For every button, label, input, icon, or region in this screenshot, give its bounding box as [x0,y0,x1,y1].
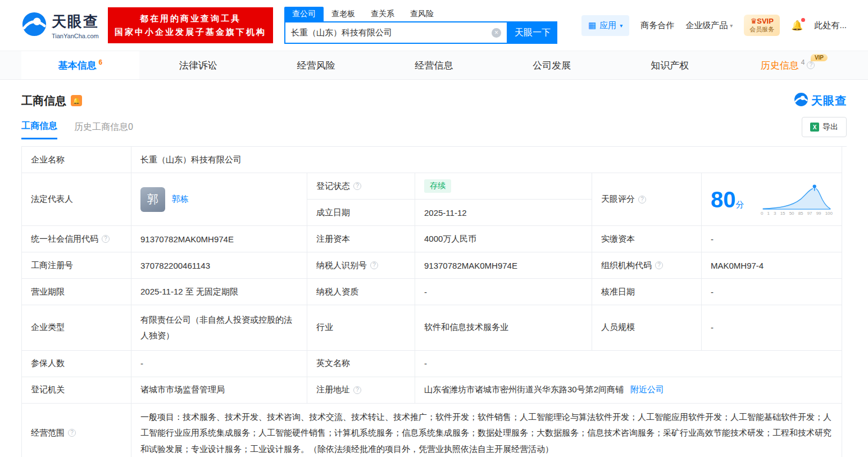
tab-legal-proceedings-label: 法律诉讼 [179,59,217,72]
taxpayer-quality-label: 纳税人资质 [307,279,415,305]
tyc-score-label: 天眼评分 ? [592,173,702,226]
paid-capital-value: - [702,226,842,252]
svip-membership-button[interactable]: ♛SVIP 会员服务 [744,15,780,36]
business-cooperation-link[interactable]: 商务合作 [640,20,674,31]
score-axis-labels: 0 1 3 15 50 85 97 99 100 [761,211,833,216]
legal-rep-avatar[interactable]: 郭 [140,187,165,212]
help-icon[interactable]: ? [370,261,378,269]
search-button[interactable]: 天眼一下 [508,21,557,44]
legal-rep-name-link[interactable]: 郭栋 [172,194,189,205]
crown-icon: ♛ [751,17,757,25]
export-button[interactable]: X 导出 [802,117,847,137]
company-name-value: 长重（山东）科技有限公司 [131,147,842,173]
establish-date-value: 2025-11-12 [415,200,592,226]
axis-tick: 15 [780,211,785,216]
tab-company-development[interactable]: 公司发展 [493,51,611,79]
axis-tick: 3 [774,211,776,216]
help-icon[interactable]: ? [353,182,361,190]
tab-intellectual-property[interactable]: 知识产权 [611,51,729,79]
business-term-label: 营业期限 [22,279,131,305]
axis-tick: 100 [825,211,833,216]
reg-authority-label: 登记机关 [22,377,131,404]
tab-basic-info-label: 基本信息 [58,59,97,72]
help-icon[interactable]: ? [102,235,110,243]
staff-size-label: 人员规模 [592,305,702,351]
search-tab-boss[interactable]: 查老板 [324,7,363,21]
axis-tick: 99 [816,211,821,216]
taxpayer-id-value: 91370782MAK0MH974E [415,252,592,279]
search-tab-company[interactable]: 查公司 [284,7,324,21]
subscribe-bell-icon[interactable]: 🔔 [71,95,82,106]
excel-icon: X [810,123,819,132]
reg-status-label-text: 登记状态 [316,181,350,192]
taxpayer-quality-value: - [415,279,592,305]
tab-history-info-count: 4 [801,58,805,66]
tianyancha-logo[interactable]: 天眼查 TianYanCha.com [21,11,99,39]
reg-address-cell: 山东省潍坊市诸城市密州街道兴华东路30号第2间商铺 附近公司 [415,377,842,404]
tab-company-development-label: 公司发展 [533,59,571,72]
tab-history-info-label: 历史信息 [761,59,799,72]
search-tabs: 查公司 查老板 查关系 查风险 [284,7,557,21]
legal-rep-label: 法定代表人 [22,173,131,226]
credit-code-value: 91370782MAK0MH974E [131,226,307,252]
legal-rep-cell: 郭 郭栋 [131,173,307,226]
business-info-table: 企业名称 长重（山东）科技有限公司 法定代表人 郭 郭栋 登记状态 ? 存续 天… [21,146,847,457]
axis-tick: 1 [767,211,770,216]
tianyancha-eye-icon [794,92,808,109]
user-menu-text[interactable]: 此处有... [814,20,847,31]
subtab-business-info[interactable]: 工商信息 [21,120,57,139]
business-scope-value: 一般项目：技术服务、技术开发、技术咨询、技术交流、技术转让、技术推广；软件开发；… [131,404,842,457]
help-icon[interactable]: ? [807,61,815,69]
company-nav-tabs: 基本信息 6 法律诉讼 经营风险 经营信息 公司发展 知识产权 VIP 历史信息… [0,51,868,80]
subtab-history-business-info[interactable]: 历史工商信息0 [74,121,133,139]
help-icon[interactable]: ? [638,196,646,203]
help-icon[interactable]: ? [68,429,76,437]
notification-bell-icon[interactable]: 🔔 [791,20,803,31]
taxpayer-id-label: 纳税人识别号 ? [307,252,415,279]
search-area: 查公司 查老板 查关系 查风险 长重（山东）科技有限公司 × 天眼一下 [284,7,557,44]
org-code-label-text: 组织机构代码 [601,260,652,271]
status-badge: 存续 [424,179,451,193]
watermark-logo-text: 天眼查 [811,93,847,108]
tab-operating-info[interactable]: 经营信息 [375,51,493,79]
logo-name: 天眼查 [52,12,99,31]
business-term-value: 2025-11-12 至 无固定期限 [131,279,307,305]
reg-capital-label: 注册资本 [307,226,415,252]
tab-operating-risk[interactable]: 经营风险 [257,51,375,79]
reg-status-label: 登记状态 ? [307,173,415,200]
tab-basic-info-count: 6 [99,58,103,66]
search-tab-risk[interactable]: 查风险 [402,7,442,21]
tianyancha-eye-icon [21,11,47,39]
company-type-value: 有限责任公司（非自然人投资或控股的法人独资） [131,305,307,351]
business-scope-label: 经营范围 ? [22,404,131,457]
axis-tick: 0 [761,211,763,216]
reg-number-value: 370782200461143 [131,252,307,279]
company-name-label: 企业名称 [22,147,131,173]
tianyancha-watermark-logo: 天眼查 [794,92,847,109]
tab-history-info[interactable]: VIP 历史信息 4 ? [729,51,847,79]
chevron-down-icon: ▾ [620,22,622,29]
help-icon[interactable]: ? [655,261,663,269]
promo-line-2: 国家中小企业发展子基金旗下机构 [115,25,266,39]
insured-count-value: - [131,351,307,377]
nearby-companies-link[interactable]: 附近公司 [630,384,664,395]
reg-authority-value: 诸城市市场监督管理局 [131,377,307,404]
chevron-down-icon: ▾ [730,22,733,29]
header-right: ▦ 应用 ▾ 商务合作 企业级产品 ▾ ♛SVIP 会员服务 🔔 此处有... [581,15,847,36]
enterprise-products-link[interactable]: 企业级产品 ▾ [685,20,733,31]
tab-basic-info[interactable]: 基本信息 6 [21,51,139,79]
establish-date-label: 成立日期 [307,200,415,226]
clear-input-icon[interactable]: × [492,28,501,38]
tab-legal-proceedings[interactable]: 法律诉讼 [139,51,257,79]
apps-button[interactable]: ▦ 应用 ▾ [581,15,629,36]
search-input[interactable]: 长重（山东）科技有限公司 × [284,21,508,44]
reg-address-value: 山东省潍坊市诸城市密州街道兴华东路30号第2间商铺 [424,384,624,395]
help-icon[interactable]: ? [353,386,361,394]
search-tab-relation[interactable]: 查关系 [363,7,402,21]
tab-operating-info-label: 经营信息 [415,59,453,72]
industry-value: 软件和信息技术服务业 [415,305,592,351]
enterprise-products-label: 企业级产品 [685,20,728,31]
search-input-value[interactable]: 长重（山东）科技有限公司 [291,28,492,38]
promo-banner: 都在用的商业查询工具 国家中小企业发展子基金旗下机构 [108,7,273,43]
top-header: 天眼查 TianYanCha.com 都在用的商业查询工具 国家中小企业发展子基… [0,0,868,51]
